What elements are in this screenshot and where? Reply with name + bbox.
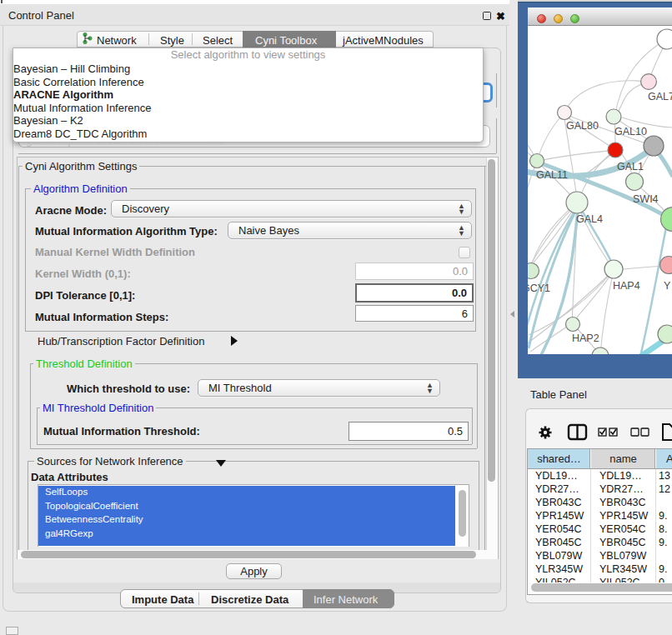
- svg-text:GCY1: GCY1: [528, 282, 550, 294]
- svg-text:HAP2: HAP2: [572, 332, 599, 344]
- svg-text:GAL7: GAL7: [648, 91, 672, 102]
- svg-text:HAP4: HAP4: [613, 280, 640, 292]
- svg-text:GAL10: GAL10: [614, 126, 647, 138]
- svg-text:GAL80: GAL80: [566, 120, 599, 132]
- svg-text:GAL4: GAL4: [576, 213, 603, 225]
- svg-text:Y: Y: [664, 280, 671, 292]
- svg-text:SWI4: SWI4: [633, 193, 659, 205]
- svg-text:GAL1: GAL1: [617, 161, 644, 172]
- svg-text:GAL11: GAL11: [536, 169, 568, 181]
